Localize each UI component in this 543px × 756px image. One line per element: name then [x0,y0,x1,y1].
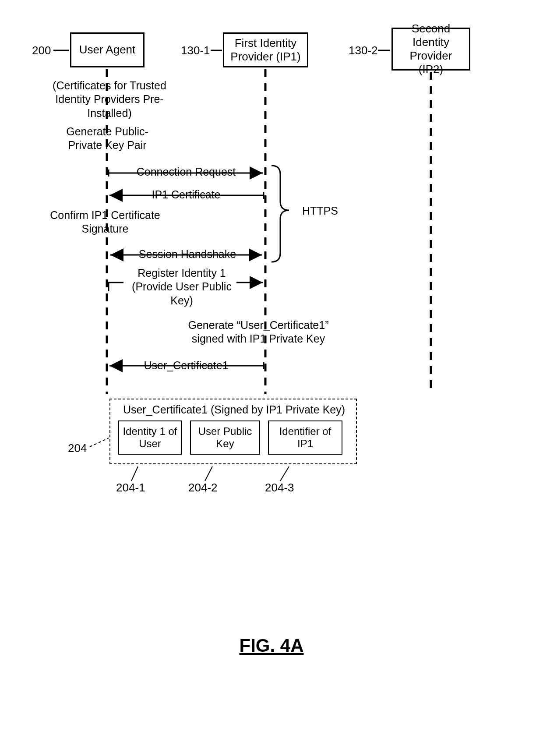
ref-204-1: 204-1 [116,481,145,495]
cert-field-issuer: Identifier of IP1 [268,420,342,455]
msg-user-certificate1: User_Certificate1 [131,359,241,372]
note-gen-user-cert: Generate “User_Certificate1” signed with… [175,318,342,346]
cert-field-pubkey: User Public Key [190,420,260,455]
svg-line-15 [131,466,138,481]
note-pre-installed: (Certificates for Trusted Identity Provi… [42,79,177,120]
note-confirm-cert: Confirm IP1 Certificate Signature [39,208,171,236]
ref-204-2: 204-2 [188,481,218,495]
msg-ip1-certificate: IP1 Certificate [136,188,236,201]
svg-line-17 [280,466,289,481]
msg-register-identity: Register Identity 1 (Provide User Public… [127,266,236,307]
svg-line-14 [90,438,109,447]
certificate-title: User_Certificate1 (Signed by IP1 Private… [119,403,349,417]
figure-caption: FIG. 4A [239,635,303,656]
ref-204-3: 204-3 [265,481,294,495]
sequence-diagram: User Agent 200 First Identity Provider (… [0,0,543,756]
cert-field-identity: Identity 1 of User [118,420,182,455]
msg-session-handshake: Session Handshake [126,248,249,261]
msg-connection-request: Connection Request [123,166,250,178]
svg-line-16 [205,466,212,481]
note-gen-keypair: Generate Public-Private Key Pair [53,125,162,152]
ref-204: 204 [68,442,87,455]
https-label: HTTPS [302,205,338,217]
